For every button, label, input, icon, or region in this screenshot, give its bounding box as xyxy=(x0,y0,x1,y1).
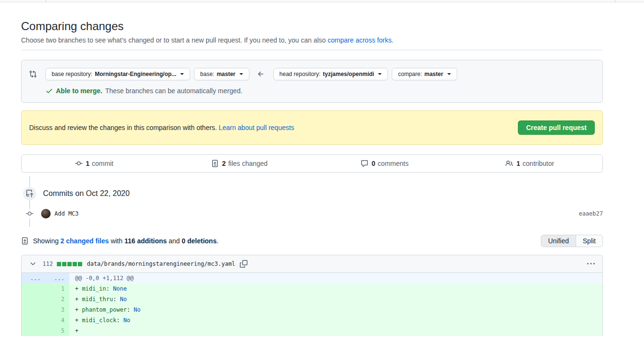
unified-view-button[interactable]: Unified xyxy=(541,235,576,247)
commits-timeline: Commits on Oct 22, 2020 Add MC3 eaaeb27 xyxy=(21,176,603,227)
files-changed-stat[interactable]: 2 files changed xyxy=(167,155,312,172)
repo-push-icon xyxy=(23,187,36,200)
comparison-stats-bar: 1 commit 2 files changed 0 comments 1 co… xyxy=(21,154,603,173)
git-commit-node-icon xyxy=(26,209,33,218)
diff-line: 1 + midi_in: None xyxy=(21,283,602,294)
page-subhead: Comparing changes Choose two branches to… xyxy=(21,2,603,50)
diffstat-added-block xyxy=(78,262,82,266)
commit-group-header: Commits on Oct 22, 2020 xyxy=(21,176,603,200)
check-icon xyxy=(45,87,53,95)
old-line-number[interactable] xyxy=(21,304,45,315)
create-pull-request-button[interactable]: Create pull request xyxy=(518,120,595,135)
commit-sha-link[interactable]: eaaeb27 xyxy=(579,210,603,217)
diffstat-added-block xyxy=(67,262,72,266)
old-line-number[interactable] xyxy=(21,315,45,326)
arrow-left-icon xyxy=(257,70,265,78)
banner-text: Discuss and review the changes in this c… xyxy=(29,124,294,131)
caret-down-icon xyxy=(180,73,184,75)
hunk-new-gutter[interactable]: ... xyxy=(45,273,69,283)
old-line-number[interactable] xyxy=(21,294,45,304)
diff-summary-row: Showing 2 changed files with 116 additio… xyxy=(21,235,603,247)
file-changes-count: 112 xyxy=(43,261,53,267)
diff-line-code: + phantom_power: No xyxy=(69,304,602,315)
diff-line: 4 + midi_clock: No xyxy=(21,315,602,326)
changed-files-link[interactable]: 2 changed files xyxy=(61,237,109,245)
diff-line-code: + midi_in: None xyxy=(69,283,602,294)
base-repository-select[interactable]: base repository: Morningstar-Engineering… xyxy=(45,68,190,80)
chevron-down-icon[interactable] xyxy=(26,260,40,268)
compare-page-container: Comparing changes Choose two branches to… xyxy=(21,2,603,336)
git-compare-icon xyxy=(29,70,37,78)
head-repository-select[interactable]: head repository: tyzjames/openmidi xyxy=(273,68,388,80)
base-branch-select[interactable]: base: master xyxy=(194,68,249,80)
diffstat-added-block xyxy=(57,262,61,266)
caret-down-icon xyxy=(447,73,451,75)
diff-line-code: + midi_clock: No xyxy=(69,315,602,326)
diff-view-toggle: Unified Split xyxy=(541,235,603,247)
branch-range-editor: base repository: Morningstar-Engineering… xyxy=(21,60,603,103)
diff-line: 5 + xyxy=(21,326,602,336)
old-line-number[interactable] xyxy=(21,326,45,336)
commit-message-link[interactable]: Add MC3 xyxy=(54,210,79,217)
old-line-number[interactable] xyxy=(21,283,45,294)
learn-about-pull-requests-link[interactable]: Learn about pull requests xyxy=(219,124,294,131)
diff-line: 3 + phantom_power: No xyxy=(21,304,602,315)
diff-table: ... ... @@ -0,0 +1,112 @@ 1 + midi_in: N… xyxy=(21,273,602,336)
diffstat-added-block xyxy=(73,262,77,266)
hunk-header-text: @@ -0,0 +1,112 @@ xyxy=(69,273,602,283)
caret-down-icon xyxy=(239,73,243,75)
merge-status-text: These branches can be automatically merg… xyxy=(105,87,242,95)
commit-row: Add MC3 eaaeb27 xyxy=(21,209,603,218)
branch-selector-row: base repository: Morningstar-Engineering… xyxy=(29,68,595,80)
top-strip-divider xyxy=(615,0,615,2)
page-title: Comparing changes xyxy=(21,20,603,33)
new-line-number[interactable]: 1 xyxy=(45,283,69,294)
caret-down-icon xyxy=(378,73,382,75)
browser-top-strip xyxy=(0,0,644,2)
comments-stat[interactable]: 0 comments xyxy=(312,155,457,172)
merge-status: Able to merge. These branches can be aut… xyxy=(45,87,595,95)
git-commit-icon xyxy=(75,160,83,167)
merge-status-bold: Able to merge. xyxy=(56,87,102,95)
diff-line-code: + xyxy=(69,326,602,336)
diff-line: 2 + midi_thru: No xyxy=(21,294,602,304)
split-view-button[interactable]: Split xyxy=(576,235,603,247)
file-path: data/brands/morningstarengineering/mc3.y… xyxy=(87,261,236,267)
file-diff-icon xyxy=(21,237,29,245)
new-line-number[interactable]: 2 xyxy=(45,294,69,304)
top-strip-divider xyxy=(45,0,46,2)
diff-line-code: + midi_thru: No xyxy=(69,294,602,304)
copy-path-icon[interactable] xyxy=(240,260,247,268)
kebab-menu-icon[interactable] xyxy=(587,260,595,268)
new-line-number[interactable]: 4 xyxy=(45,315,69,326)
hunk-row: ... ... @@ -0,0 +1,112 @@ xyxy=(21,273,602,283)
new-line-number[interactable]: 5 xyxy=(45,326,69,336)
diffstat-blocks xyxy=(57,262,82,266)
compare-across-forks-link[interactable]: compare across forks xyxy=(328,36,392,44)
diff-summary-text: Showing 2 changed files with 116 additio… xyxy=(33,237,218,245)
contributors-stat[interactable]: 1 contributor xyxy=(457,155,602,172)
commits-stat[interactable]: 1 commit xyxy=(21,155,167,172)
page-subtitle: Choose two branches to see what’s change… xyxy=(21,36,603,44)
diffstat-added-block xyxy=(62,262,66,266)
compare-branch-select[interactable]: compare: master xyxy=(392,68,457,80)
new-line-number[interactable]: 3 xyxy=(45,304,69,315)
file-diff-card: 112 data/brands/morningstarengineering/m… xyxy=(21,255,603,336)
file-diff-header: 112 data/brands/morningstarengineering/m… xyxy=(21,255,602,273)
commit-group-title: Commits on Oct 22, 2020 xyxy=(43,189,129,198)
hunk-old-gutter[interactable]: ... xyxy=(21,273,45,283)
comment-icon xyxy=(361,160,368,167)
people-icon xyxy=(505,160,513,167)
pull-request-banner: Discuss and review the changes in this c… xyxy=(21,110,603,145)
commit-author-avatar[interactable] xyxy=(41,209,51,218)
file-diff-icon xyxy=(211,160,219,167)
